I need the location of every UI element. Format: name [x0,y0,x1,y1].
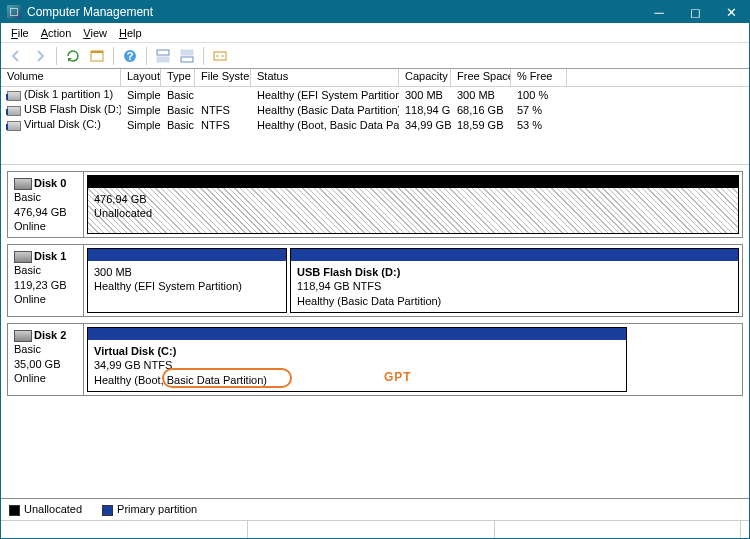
partition-size: 118,94 GB NTFS [297,280,381,292]
volume-name: USB Flash Disk (D:) [24,103,121,115]
cell-type: Basic [161,104,195,116]
back-button[interactable] [5,45,27,67]
cell-layout: Simple [121,119,161,131]
partition-status: Unallocated [94,207,152,219]
menu-view[interactable]: View [77,25,113,41]
disk-type: Basic [14,264,41,276]
help-button[interactable]: ? [119,45,141,67]
cell-status: Healthy (Basic Data Partition) [251,104,399,116]
partition-bar [291,249,738,261]
partition-bar [88,176,738,188]
partition-bar [88,328,626,340]
table-row[interactable]: USB Flash Disk (D:)SimpleBasicNTFSHealth… [1,102,749,117]
menu-help[interactable]: Help [113,25,148,41]
partition-size: 34,99 GB NTFS [94,359,172,371]
cell-capacity: 300 MB [399,89,451,101]
svg-rect-8 [214,52,226,60]
volume-list: Volume Layout Type File System Status Ca… [1,69,749,165]
maximize-button[interactable]: ◻ [677,1,713,23]
partition[interactable]: Virtual Disk (C:)34,99 GB NTFSHealthy (B… [87,327,627,392]
cell-pct: 57 % [511,104,567,116]
col-layout[interactable]: Layout [121,69,161,86]
partition-status: Healthy (Boot, Basic Data Partition) [94,374,267,386]
partition-size: 300 MB [94,266,132,278]
svg-rect-6 [181,50,193,55]
cell-status: Healthy (EFI System Partition) [251,89,399,101]
disk-partitions: 300 MBHealthy (EFI System Partition)USB … [84,245,742,316]
partition-status: Healthy (Basic Data Partition) [297,295,441,307]
volume-icon [7,121,21,131]
cell-free: 300 MB [451,89,511,101]
annotation-gpt-label: GPT [384,370,412,384]
cell-fs: NTFS [195,119,251,131]
svg-rect-1 [91,51,103,53]
settings-button[interactable] [209,45,231,67]
legend-primary: Primary partition [102,503,197,516]
disk-row: Disk 0Basic476,94 GBOnline476,94 GBUnall… [7,171,743,238]
close-button[interactable]: ✕ [713,1,749,23]
table-row[interactable]: Virtual Disk (C:)SimpleBasicNTFSHealthy … [1,117,749,132]
titlebar: Computer Management ─ ◻ ✕ [1,1,749,23]
cell-layout: Simple [121,104,161,116]
cell-free: 18,59 GB [451,119,511,131]
cell-fs: NTFS [195,104,251,116]
col-filesystem[interactable]: File System [195,69,251,86]
col-volume[interactable]: Volume [1,69,121,86]
toolbar-separator [146,47,147,65]
legend-unallocated: Unallocated [9,503,82,516]
refresh-button[interactable] [62,45,84,67]
cell-status: Healthy (Boot, Basic Data Partition) [251,119,399,131]
swatch-blue-icon [102,505,113,516]
svg-rect-4 [157,50,169,55]
menu-action[interactable]: Action [35,25,78,41]
disk-size: 35,00 GB [14,358,60,370]
volume-name: Virtual Disk (C:) [24,118,101,130]
menu-file[interactable]: File [5,25,35,41]
svg-rect-5 [157,57,169,62]
table-row[interactable]: (Disk 1 partition 1)SimpleBasicHealthy (… [1,87,749,102]
cell-type: Basic [161,89,195,101]
toolbar-separator [203,47,204,65]
toolbar-separator [113,47,114,65]
disk-label[interactable]: Disk 0Basic476,94 GBOnline [8,172,84,237]
forward-button[interactable] [29,45,51,67]
cell-pct: 53 % [511,119,567,131]
disk-icon [14,178,32,190]
disk-partitions: 476,94 GBUnallocated [84,172,742,237]
svg-rect-7 [181,57,193,62]
partition[interactable]: USB Flash Disk (D:)118,94 GB NTFSHealthy… [290,248,739,313]
disk-row: Disk 1Basic119,23 GBOnline300 MBHealthy … [7,244,743,317]
cell-capacity: 118,94 GB [399,104,451,116]
col-type[interactable]: Type [161,69,195,86]
disk-label[interactable]: Disk 1Basic119,23 GBOnline [8,245,84,316]
partition[interactable]: 300 MBHealthy (EFI System Partition) [87,248,287,313]
col-pctfree[interactable]: % Free [511,69,567,86]
minimize-button[interactable]: ─ [641,1,677,23]
cell-free: 68,16 GB [451,104,511,116]
disk-type: Basic [14,191,41,203]
partition-title: Virtual Disk (C:) [94,345,176,357]
disk-size: 476,94 GB [14,206,67,218]
col-capacity[interactable]: Capacity [399,69,451,86]
cell-layout: Simple [121,89,161,101]
disk-map: Disk 0Basic476,94 GBOnline476,94 GBUnall… [1,165,749,498]
cell-capacity: 34,99 GB [399,119,451,131]
volume-icon [7,91,21,101]
disk-state: Online [14,293,46,305]
cell-type: Basic [161,119,195,131]
swatch-black-icon [9,505,20,516]
view-top-button[interactable] [152,45,174,67]
col-freespace[interactable]: Free Space [451,69,511,86]
col-status[interactable]: Status [251,69,399,86]
partition[interactable]: 476,94 GBUnallocated [87,175,739,234]
toolbar: ? [1,43,749,69]
window-title: Computer Management [27,5,641,19]
disk-name: Disk 1 [34,250,66,262]
legend: Unallocated Primary partition [1,498,749,520]
view-bottom-button[interactable] [176,45,198,67]
toolbar-separator [56,47,57,65]
disk-row: Disk 2Basic35,00 GBOnlineVirtual Disk (C… [7,323,743,396]
disk-size: 119,23 GB [14,279,67,291]
properties-button[interactable] [86,45,108,67]
disk-label[interactable]: Disk 2Basic35,00 GBOnline [8,324,84,395]
